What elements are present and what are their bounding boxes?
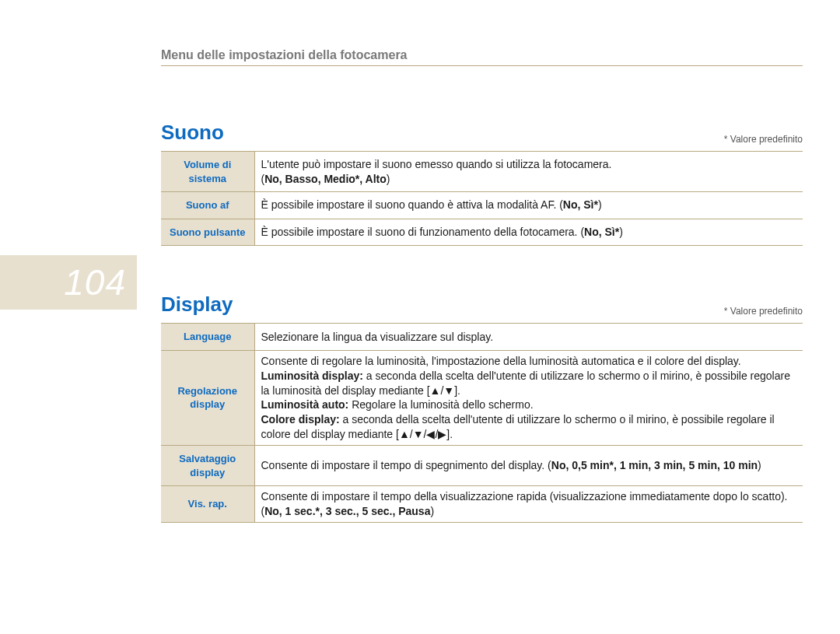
- table-row: Suono pulsante È possibile impostare il …: [161, 219, 803, 246]
- row-desc: Consente di regolare la luminosità, l'im…: [254, 350, 803, 445]
- row-desc: L'utente può impostare il suono emesso q…: [254, 152, 803, 192]
- desc-text: ): [430, 505, 434, 517]
- desc-text: È possibile impostare il suono quando è …: [261, 198, 563, 211]
- row-label: Salvataggio display: [161, 446, 254, 486]
- default-note: * Valore predefinito: [724, 134, 803, 145]
- table-row: Suono af È possibile impostare il suono …: [161, 192, 803, 219]
- desc-text: Consente di regolare la luminosità, l'im…: [261, 355, 741, 367]
- desc-text: È possibile impostare il suono di funzio…: [261, 226, 585, 238]
- desc-bold: No, 0,5 min*, 1 min, 3 min, 5 min, 10 mi…: [551, 459, 758, 471]
- desc-text: L'utente può impostare il suono emesso q…: [261, 158, 612, 170]
- desc-bold: No, Sì*: [584, 226, 619, 238]
- table-row: Salvataggio display Consente di impostar…: [161, 446, 803, 486]
- desc-bold: Luminosità auto:: [261, 398, 349, 411]
- section-title-display: Display: [161, 292, 233, 317]
- row-label: Regolazione display: [161, 350, 254, 445]
- default-note: * Valore predefinito: [724, 306, 803, 317]
- table-row: Regolazione display Consente di regolare…: [161, 350, 803, 445]
- row-label: Language: [161, 324, 254, 351]
- row-desc: Selezionare la lingua da visualizzare su…: [254, 324, 803, 351]
- page-number: 104: [64, 261, 126, 303]
- desc-text: ): [387, 173, 390, 185]
- table-row: Volume di sistema L'utente può impostare…: [161, 152, 803, 192]
- row-desc: Consente di impostare il tempo di spegni…: [254, 446, 803, 486]
- section-header-sound: Suono * Valore predefinito: [161, 121, 803, 145]
- breadcrumb-underline: [161, 65, 803, 66]
- desc-text: ): [598, 198, 602, 211]
- desc-bold: No, Basso, Medio*, Alto: [264, 173, 387, 185]
- section-gap: [161, 246, 803, 292]
- row-desc: È possibile impostare il suono di funzio…: [254, 219, 803, 246]
- table-display: Language Selezionare la lingua da visual…: [161, 323, 803, 523]
- desc-text: Consente di impostare il tempo di spegni…: [261, 459, 551, 471]
- row-desc: È possibile impostare il suono quando è …: [254, 192, 803, 219]
- desc-text: ): [758, 459, 761, 471]
- desc-text: ): [619, 226, 623, 238]
- row-label: Suono pulsante: [161, 219, 254, 246]
- desc-bold: No, Sì*: [563, 198, 598, 211]
- desc-bold: Luminosità display:: [261, 370, 363, 382]
- table-row: Vis. rap. Consente di impostare il tempo…: [161, 486, 803, 523]
- row-label: Volume di sistema: [161, 152, 254, 192]
- desc-bold: Colore display:: [261, 413, 340, 426]
- section-title-sound: Suono: [161, 121, 224, 145]
- content-area: Menu delle impostazioni della fotocamera…: [161, 48, 803, 523]
- row-label: Vis. rap.: [161, 486, 254, 523]
- desc-bold: No, 1 sec.*, 3 sec., 5 sec., Pausa: [264, 505, 430, 517]
- page-root: 104 Menu delle impostazioni della fotoca…: [0, 0, 840, 634]
- breadcrumb: Menu delle impostazioni della fotocamera: [161, 48, 803, 62]
- row-label: Suono af: [161, 192, 254, 219]
- section-header-display: Display * Valore predefinito: [161, 292, 803, 317]
- desc-text: Regolare la luminosità dello schermo.: [348, 398, 533, 411]
- table-row: Language Selezionare la lingua da visual…: [161, 324, 803, 351]
- table-sound: Volume di sistema L'utente può impostare…: [161, 151, 803, 246]
- page-number-block: 104: [0, 255, 137, 310]
- row-desc: Consente di impostare il tempo della vis…: [254, 486, 803, 523]
